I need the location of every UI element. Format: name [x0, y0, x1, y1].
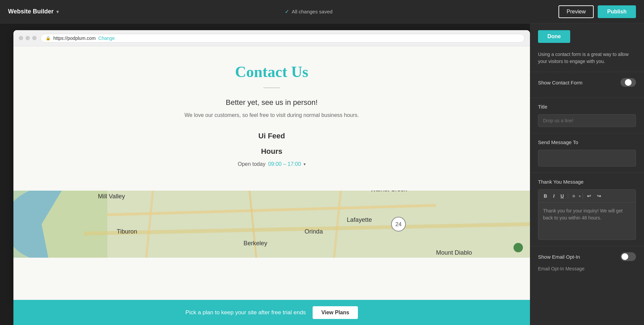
- thank-you-label: Thank You Message: [538, 179, 584, 185]
- right-panel: Done Using a contact form is a great way…: [530, 23, 644, 325]
- save-status-area: ✓ All changes saved: [285, 8, 333, 15]
- hours-title: Hours: [27, 147, 517, 156]
- view-plans-button[interactable]: View Plans: [313, 306, 358, 319]
- topbar-actions: Preview Publish: [558, 5, 636, 18]
- map-area: 24 Mill Valley Walnut Creek Tiburon Berk…: [13, 191, 530, 258]
- hours-chevron-icon[interactable]: ▾: [304, 162, 306, 167]
- panel-header: Done: [530, 23, 644, 48]
- browser-dots: [19, 36, 37, 40]
- svg-point-12: [514, 243, 523, 252]
- send-message-section: Send Message To: [530, 133, 644, 173]
- app-title-area: Website Builder ▾: [8, 8, 59, 15]
- save-check-icon: ✓: [285, 8, 289, 15]
- show-contact-form-label: Show Contact Form: [538, 80, 583, 85]
- thank-you-section: Thank You Message B I U ≡ ▾ ↩ ↪ Thank yo…: [530, 173, 644, 246]
- svg-text:Berkeley: Berkeley: [244, 240, 268, 247]
- underline-button[interactable]: U: [558, 192, 566, 200]
- toolbar-divider-2: [583, 193, 583, 199]
- business-name: Ui Feed: [27, 132, 517, 140]
- preview-area: 🔒 https://podplum.com Change Contact Us …: [0, 23, 530, 325]
- dot-red: [19, 36, 23, 40]
- send-message-input[interactable]: [538, 150, 636, 167]
- show-email-toggle[interactable]: [621, 252, 636, 261]
- align-chevron: ▾: [579, 194, 581, 198]
- dot-yellow: [25, 36, 30, 40]
- svg-text:Mount Diablo: Mount Diablo: [436, 249, 472, 256]
- title-label: Title: [538, 104, 547, 110]
- open-today-label: Open today: [238, 161, 266, 167]
- contact-divider: [263, 87, 280, 88]
- map-svg: 24 Mill Valley Walnut Creek Tiburon Berk…: [13, 191, 530, 258]
- main-layout: 🔒 https://podplum.com Change Contact Us …: [0, 23, 644, 325]
- show-email-label: Show Email Opt-In: [538, 254, 580, 260]
- browser-bar: 🔒 https://podplum.com Change: [13, 30, 530, 46]
- align-button[interactable]: ≡: [570, 192, 577, 200]
- browser-url-bar: 🔒 https://podplum.com Change: [41, 34, 525, 43]
- rich-toolbar: B I U ≡ ▾ ↩ ↪: [538, 190, 636, 203]
- title-row: Title: [538, 104, 636, 110]
- title-section: Title: [530, 98, 644, 133]
- save-status-text: All changes saved: [292, 9, 333, 14]
- show-contact-form-toggle[interactable]: [621, 78, 636, 87]
- preview-button[interactable]: Preview: [558, 5, 594, 18]
- svg-text:Tiburon: Tiburon: [117, 228, 137, 235]
- page-content: Contact Us Better yet, see us in person!…: [13, 46, 530, 300]
- contact-desc: We love our customers, so feel free to v…: [27, 112, 517, 118]
- upgrade-banner: Pick a plan to keep your site after free…: [13, 300, 530, 325]
- change-url-link[interactable]: Change: [98, 36, 115, 41]
- upgrade-text: Pick a plan to keep your site after free…: [185, 309, 306, 316]
- done-button[interactable]: Done: [538, 30, 570, 43]
- url-text: https://podplum.com: [53, 36, 96, 41]
- svg-text:Lafayette: Lafayette: [347, 216, 372, 223]
- panel-description: Using a contact form is a great way to a…: [530, 48, 644, 72]
- show-contact-form-row: Show Contact Form: [538, 78, 636, 87]
- contact-section: Contact Us Better yet, see us in person!…: [13, 46, 530, 191]
- app-title: Website Builder: [8, 8, 54, 15]
- redo-button[interactable]: ↪: [595, 192, 603, 200]
- toolbar-divider: [568, 193, 568, 199]
- rich-text-area: B I U ≡ ▾ ↩ ↪ Thank you for your inquiry…: [538, 189, 636, 240]
- thank-you-content[interactable]: Thank you for your inquiry! We will get …: [538, 203, 636, 240]
- undo-button[interactable]: ↩: [585, 192, 593, 200]
- svg-text:Walnut Creek: Walnut Creek: [370, 191, 407, 193]
- email-opt-in-message-label: Email Opt-In Message: [538, 266, 585, 271]
- hours-time: 09:00 – 17:00: [268, 161, 301, 167]
- send-message-row: Send Message To: [538, 139, 636, 145]
- contact-title: Contact Us: [27, 63, 517, 81]
- italic-button[interactable]: I: [551, 192, 556, 200]
- svg-text:Mill Valley: Mill Valley: [98, 193, 125, 200]
- bold-button[interactable]: B: [542, 192, 549, 200]
- publish-button[interactable]: Publish: [598, 5, 636, 18]
- send-message-label: Send Message To: [538, 139, 578, 145]
- contact-subtitle: Better yet, see us in person!: [27, 98, 517, 107]
- svg-text:Orinda: Orinda: [305, 228, 323, 235]
- thank-you-row: Thank You Message: [538, 179, 636, 185]
- dot-green: [32, 36, 37, 40]
- show-email-row: Show Email Opt-In: [538, 252, 636, 261]
- show-contact-form-section: Show Contact Form: [530, 72, 644, 98]
- title-input[interactable]: [538, 114, 636, 127]
- svg-text:24: 24: [395, 221, 402, 227]
- app-menu-chevron[interactable]: ▾: [56, 9, 59, 14]
- hours-row: Open today 09:00 – 17:00 ▾: [27, 161, 517, 167]
- topbar: Website Builder ▾ ✓ All changes saved Pr…: [0, 0, 644, 23]
- lock-icon: 🔒: [46, 36, 51, 41]
- show-email-section: Show Email Opt-In Email Opt-In Message: [530, 246, 644, 278]
- browser-frame: 🔒 https://podplum.com Change Contact Us …: [13, 30, 530, 300]
